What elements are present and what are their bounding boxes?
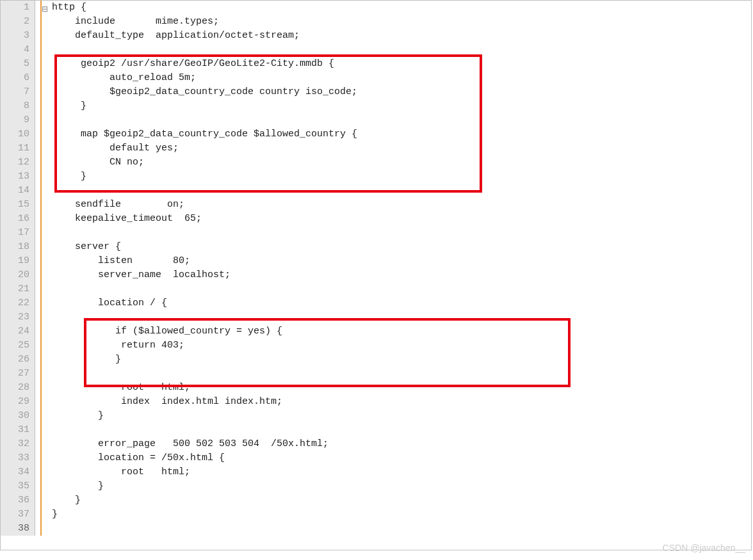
code-text[interactable]: geoip2 /usr/share/GeoIP/GeoLite2-City.mm… — [51, 57, 751, 71]
code-text[interactable]: root html; — [51, 381, 751, 395]
code-row[interactable]: 22 location / { — [1, 296, 751, 310]
code-text[interactable]: location / { — [51, 296, 751, 310]
code-row[interactable]: 18 server { — [1, 240, 751, 254]
code-row[interactable]: 33 location = /50x.html { — [1, 451, 751, 465]
line-number: 29 — [1, 395, 35, 409]
code-row[interactable]: 6 auto_reload 5m; — [1, 71, 751, 85]
line-number: 6 — [1, 71, 35, 85]
change-marker — [40, 508, 42, 522]
code-row[interactable]: 32 error_page 500 502 503 504 /50x.html; — [1, 437, 751, 451]
code-row[interactable]: 14 — [1, 184, 751, 198]
code-text[interactable]: } — [51, 99, 751, 113]
code-row[interactable]: 15 sendfile on; — [1, 198, 751, 212]
code-row[interactable]: 16 keepalive_timeout 65; — [1, 212, 751, 226]
change-marker — [40, 493, 42, 508]
line-number: 30 — [1, 409, 35, 423]
code-row[interactable]: 28 root html; — [1, 381, 751, 395]
code-text[interactable]: } — [51, 170, 751, 184]
code-text[interactable]: http { — [51, 1, 751, 15]
line-number: 26 — [1, 353, 35, 367]
code-row[interactable]: 26 } — [1, 353, 751, 367]
line-number: 34 — [1, 465, 35, 479]
code-text[interactable]: CN no; — [51, 156, 751, 170]
line-number: 7 — [1, 85, 35, 99]
code-row[interactable]: 11 default yes; — [1, 141, 751, 156]
code-row[interactable]: 13 } — [1, 170, 751, 184]
code-text[interactable]: listen 80; — [51, 254, 751, 268]
code-text[interactable]: sendfile on; — [51, 198, 751, 212]
code-row[interactable]: 8 } — [1, 99, 751, 113]
code-row[interactable]: 1http { — [1, 1, 751, 15]
line-number: 5 — [1, 57, 35, 71]
change-marker — [40, 156, 42, 170]
code-row[interactable]: 23 — [1, 310, 751, 324]
code-row[interactable]: 10 map $geoip2_data_country_code $allowe… — [1, 127, 751, 141]
change-marker — [40, 198, 42, 212]
code-text[interactable]: default_type application/octet-stream; — [51, 29, 751, 43]
code-text[interactable]: index index.html index.htm; — [51, 395, 751, 409]
code-text[interactable]: } — [51, 508, 751, 522]
change-marker — [40, 15, 42, 29]
code-row[interactable]: 7 $geoip2_data_country_code country iso_… — [1, 85, 751, 99]
code-row[interactable]: 9 — [1, 113, 751, 127]
code-row[interactable]: 36 } — [1, 493, 751, 508]
line-number: 28 — [1, 381, 35, 395]
line-number: 15 — [1, 198, 35, 212]
code-row[interactable]: 35 } — [1, 479, 751, 493]
line-number: 21 — [1, 282, 35, 296]
code-text[interactable]: return 403; — [51, 339, 751, 353]
line-number: 36 — [1, 493, 35, 508]
code-text[interactable]: location = /50x.html { — [51, 451, 751, 465]
code-text[interactable]: } — [51, 493, 751, 508]
code-row[interactable]: 25 return 403; — [1, 339, 751, 353]
change-marker — [40, 465, 42, 479]
line-number: 4 — [1, 43, 35, 57]
code-text[interactable]: keepalive_timeout 65; — [51, 212, 751, 226]
code-text[interactable]: auto_reload 5m; — [51, 71, 751, 85]
code-text[interactable]: if ($allowed_country = yes) { — [51, 324, 751, 339]
code-text[interactable]: default yes; — [51, 141, 751, 156]
line-number: 20 — [1, 268, 35, 282]
code-row[interactable]: 38 — [1, 522, 751, 536]
code-row[interactable]: 4 — [1, 43, 751, 57]
code-text[interactable]: server { — [51, 240, 751, 254]
code-text[interactable]: root html; — [51, 465, 751, 479]
code-text[interactable]: $geoip2_data_country_code country iso_co… — [51, 85, 751, 99]
line-number: 19 — [1, 254, 35, 268]
code-row[interactable]: 37} — [1, 508, 751, 522]
code-text[interactable]: } — [51, 353, 751, 367]
code-row[interactable]: 21 — [1, 282, 751, 296]
change-marker — [40, 127, 42, 141]
code-text[interactable]: } — [51, 479, 751, 493]
change-marker — [40, 113, 42, 127]
code-row[interactable]: 2 include mime.types; — [1, 15, 751, 29]
code-row[interactable]: 29 index index.html index.htm; — [1, 395, 751, 409]
line-number: 23 — [1, 310, 35, 324]
code-text[interactable]: server_name localhost; — [51, 268, 751, 282]
code-text[interactable]: } — [51, 409, 751, 423]
line-number: 9 — [1, 113, 35, 127]
line-number: 38 — [1, 522, 35, 536]
change-marker — [40, 479, 42, 493]
code-text[interactable]: map $geoip2_data_country_code $allowed_c… — [51, 127, 751, 141]
change-marker — [40, 339, 42, 353]
code-row[interactable]: 12 CN no; — [1, 156, 751, 170]
code-text[interactable]: include mime.types; — [51, 15, 751, 29]
code-row[interactable]: 20 server_name localhost; — [1, 268, 751, 282]
code-row[interactable]: 30 } — [1, 409, 751, 423]
code-row[interactable]: 19 listen 80; — [1, 254, 751, 268]
change-marker — [40, 282, 42, 296]
code-row[interactable]: 17 — [1, 226, 751, 240]
code-row[interactable]: 31 — [1, 423, 751, 437]
code-row[interactable]: 27 — [1, 367, 751, 381]
code-row[interactable]: 24 if ($allowed_country = yes) { — [1, 324, 751, 339]
code-row[interactable]: 34 root html; — [1, 465, 751, 479]
code-row[interactable]: 5 geoip2 /usr/share/GeoIP/GeoLite2-City.… — [1, 57, 751, 71]
line-number: 31 — [1, 423, 35, 437]
change-marker — [40, 184, 42, 198]
code-text[interactable]: error_page 500 502 503 504 /50x.html; — [51, 437, 751, 451]
change-marker — [40, 324, 42, 339]
code-row[interactable]: 3 default_type application/octet-stream; — [1, 29, 751, 43]
line-number: 17 — [1, 226, 35, 240]
change-marker — [40, 212, 42, 226]
